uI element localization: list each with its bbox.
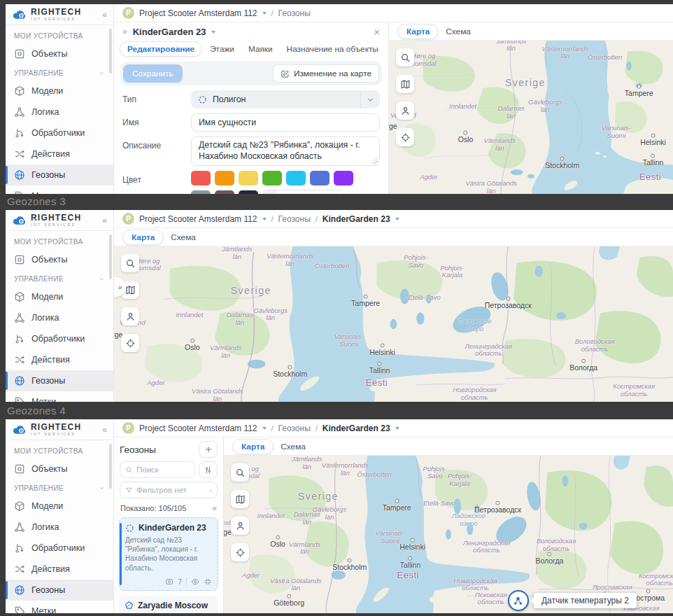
- sidebar-item-models[interactable]: Модели: [6, 80, 113, 102]
- eye-icon[interactable]: [191, 578, 199, 586]
- breadcrumb-entity[interactable]: KinderGarden 23: [323, 424, 390, 433]
- sidebar-collapse-icon[interactable]: «: [102, 216, 107, 225]
- name-input[interactable]: [191, 113, 380, 132]
- sidebar-scrollbar[interactable]: [109, 444, 112, 489]
- sidebar-item-actions[interactable]: Действия: [6, 559, 113, 580]
- detail-tab[interactable]: Этажи: [204, 41, 241, 57]
- sidebar-item-geozones[interactable]: Геозоны: [6, 580, 113, 601]
- search-input[interactable]: [136, 465, 190, 474]
- tab-scheme[interactable]: Схема: [446, 27, 471, 36]
- detail-tab[interactable]: Редактирование: [120, 41, 202, 57]
- color-swatch[interactable]: [239, 190, 258, 194]
- collapse-list-icon[interactable]: «: [212, 503, 217, 513]
- tab-scheme[interactable]: Схема: [171, 232, 196, 242]
- chevron-down-icon[interactable]: [262, 427, 267, 432]
- collapse-icon[interactable]: [204, 578, 212, 586]
- search-field[interactable]: [120, 461, 195, 478]
- sidebar-section-management[interactable]: УПРАВЛЕНИЕ: [6, 479, 113, 496]
- objects-count-icon[interactable]: [165, 578, 173, 586]
- sidebar-scrollbar[interactable]: [109, 234, 112, 279]
- filter-settings-button[interactable]: [199, 461, 218, 478]
- sidebar-item-logic[interactable]: Логика: [6, 102, 113, 122]
- color-swatch[interactable]: [215, 190, 234, 194]
- chevron-down-icon[interactable]: [395, 427, 399, 432]
- color-swatch[interactable]: [310, 171, 330, 186]
- save-button[interactable]: Сохранить: [123, 64, 183, 83]
- color-swatch[interactable]: [262, 171, 282, 186]
- type-select[interactable]: Полигон: [191, 90, 380, 108]
- color-swatch[interactable]: [215, 171, 234, 186]
- sidebar-item-handlers[interactable]: Обработчики: [6, 328, 113, 349]
- breadcrumb-project[interactable]: Project Scooter Amsterdam 112: [139, 214, 257, 224]
- sidebar-item-handlers[interactable]: Обработчики: [6, 122, 113, 144]
- add-geozone-button[interactable]: [199, 441, 218, 458]
- expand-panel-icon[interactable]: »: [122, 27, 127, 36]
- map-tool-button[interactable]: [396, 128, 414, 146]
- sidebar-item-geozones[interactable]: Геозоны: [6, 164, 113, 186]
- description-textarea[interactable]: Детский сад №23 "Рябинка", локация - г. …: [191, 136, 380, 166]
- sidebar-scrollbar[interactable]: [109, 29, 112, 74]
- sidebar-collapse-icon[interactable]: «: [102, 10, 107, 20]
- sidebar-item-actions[interactable]: Действия: [6, 349, 113, 370]
- sidebar-item-models[interactable]: Модели: [6, 496, 113, 517]
- tab-map[interactable]: Карта: [122, 230, 164, 245]
- sidebar-item-actions[interactable]: Действия: [6, 144, 113, 164]
- chevron-down-icon[interactable]: [360, 90, 380, 108]
- map-tool-button[interactable]: [231, 463, 249, 482]
- chevron-down-icon[interactable]: [262, 218, 267, 223]
- map-tool-button[interactable]: [121, 334, 139, 352]
- detail-tab[interactable]: Назначение на объекты: [281, 41, 385, 57]
- tab-map[interactable]: Карта: [397, 24, 439, 39]
- chevron-down-icon[interactable]: [211, 31, 215, 36]
- tab-map[interactable]: Карта: [232, 439, 274, 454]
- color-swatch[interactable]: [239, 171, 258, 186]
- map-canvas[interactable]: » Jämtlands länMøre og RomsdalVästernorr…: [114, 246, 673, 402]
- map-tool-button[interactable]: [396, 75, 414, 93]
- sidebar-item-logic[interactable]: Логика: [6, 307, 113, 328]
- hex-color-input[interactable]: [276, 190, 343, 194]
- close-icon[interactable]: ×: [374, 27, 380, 37]
- sidebar-item-objects[interactable]: Объекты: [6, 249, 113, 270]
- breadcrumb-section[interactable]: Геозоны: [278, 8, 311, 18]
- sidebar-collapse-icon[interactable]: «: [102, 425, 107, 435]
- device-marker[interactable]: [508, 590, 529, 611]
- edit-on-map-button[interactable]: Изменение на карте: [273, 64, 379, 83]
- geozone-card[interactable]: KinderGarden 23 Детский сад №23 "Рябинка…: [119, 517, 218, 591]
- sidebar-section-management[interactable]: УПРАВЛЕНИЕ: [6, 270, 113, 286]
- map-tool-button[interactable]: [121, 307, 139, 326]
- tab-scheme[interactable]: Схема: [281, 442, 306, 451]
- sidebar-item-models[interactable]: Модели: [6, 286, 113, 307]
- sidebar-item-tags[interactable]: Метки: [6, 601, 113, 613]
- color-swatch[interactable]: [286, 171, 306, 186]
- sidebar-section-management[interactable]: УПРАВЛЕНИЕ: [6, 64, 113, 80]
- chevron-down-icon[interactable]: [395, 218, 399, 223]
- color-swatch[interactable]: [334, 171, 353, 186]
- map-tool-button[interactable]: [396, 48, 414, 66]
- map-tool-button[interactable]: [396, 102, 414, 120]
- breadcrumb-project[interactable]: Project Scooter Amsterdam 112: [139, 8, 257, 18]
- project-avatar[interactable]: P: [122, 7, 134, 19]
- color-swatch[interactable]: [191, 171, 211, 186]
- sidebar-item-tags[interactable]: Метки: [6, 391, 113, 402]
- project-avatar[interactable]: P: [122, 422, 134, 434]
- map-tool-button[interactable]: [231, 490, 249, 508]
- filter-field[interactable]: Фильтров нет ›: [120, 482, 218, 498]
- geozone-card[interactable]: Zaryadie Moscow Парк Зарядье Москва цент…: [119, 596, 218, 613]
- breadcrumb-section[interactable]: Геозоны: [278, 214, 311, 224]
- sidebar-item-geozones[interactable]: Геозоны: [6, 370, 113, 391]
- map-tool-button[interactable]: [231, 517, 249, 535]
- breadcrumb-project[interactable]: Project Scooter Amsterdam 112: [139, 424, 257, 433]
- map-tool-button[interactable]: [231, 543, 249, 561]
- project-avatar[interactable]: P: [122, 213, 134, 225]
- sidebar-item-logic[interactable]: Логика: [6, 517, 113, 538]
- detail-tab[interactable]: Маяки: [242, 41, 279, 57]
- map-canvas[interactable]: Jämtlands länMøre og RomsdalVästernorrla…: [224, 456, 673, 613]
- map-canvas[interactable]: Jämtlands länMøre og RomsdalVästernorrla…: [389, 41, 673, 194]
- color-swatch[interactable]: [191, 190, 211, 194]
- sidebar-item-objects[interactable]: Объекты: [6, 458, 113, 479]
- breadcrumb-entity[interactable]: KinderGarden 23: [323, 214, 390, 224]
- sidebar-item-handlers[interactable]: Обработчики: [6, 538, 113, 559]
- breadcrumb-section[interactable]: Геозоны: [278, 424, 311, 433]
- chevron-down-icon[interactable]: [262, 12, 267, 17]
- map-tool-button[interactable]: [121, 254, 139, 272]
